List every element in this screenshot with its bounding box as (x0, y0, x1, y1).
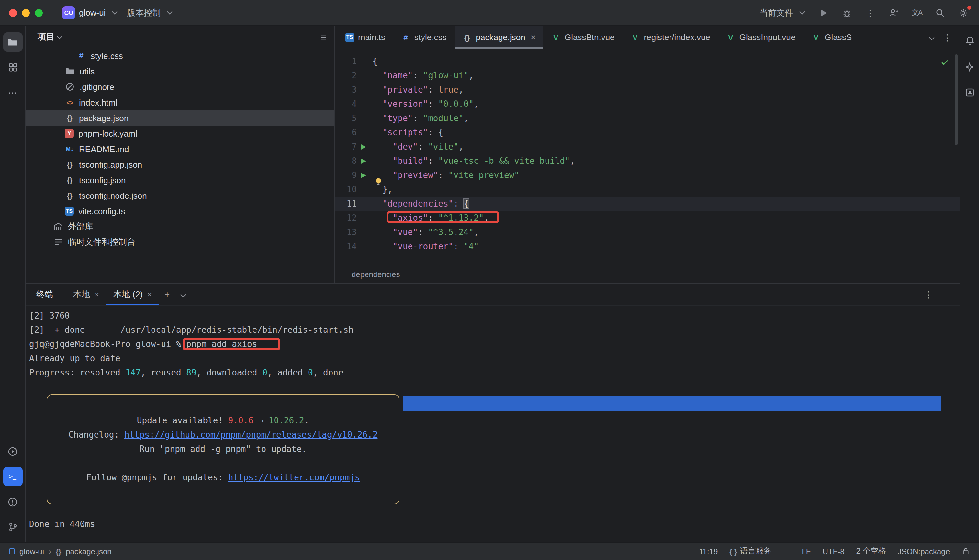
code-editor[interactable]: 1{2 "name": "glow-ui",3 "private": true,… (335, 49, 960, 266)
zoom-window-button[interactable] (35, 9, 43, 17)
tree-item-label: tsconfig.json (79, 175, 126, 185)
code-line[interactable]: 11 "dependencies": { (335, 197, 960, 211)
indent-widget[interactable]: 2 个空格 (856, 546, 886, 557)
intention-bulb-icon[interactable] (374, 177, 384, 187)
tree-item[interactable]: {}tsconfig.json (26, 172, 334, 188)
gitignore-icon (65, 82, 75, 92)
services-tool-icon[interactable] (3, 442, 22, 461)
translation-tool-icon[interactable] (961, 84, 978, 101)
tree-item[interactable]: {}tsconfig.node.json (26, 188, 334, 203)
status-widget-icon[interactable] (783, 548, 790, 555)
panel-menu-icon[interactable]: ≡ (320, 32, 326, 42)
tabs-more-icon[interactable]: ⋮ (943, 33, 952, 42)
project-tool-icon[interactable] (3, 32, 22, 52)
debug-bug-icon[interactable] (841, 6, 853, 19)
run-script-icon[interactable] (361, 144, 365, 150)
close-icon[interactable]: × (95, 290, 99, 299)
code-line[interactable]: 6 "scripts": { (335, 126, 960, 140)
vcs-widget[interactable]: 版本控制 (122, 4, 177, 21)
status-breadcrumb-project[interactable]: glow-ui (19, 547, 44, 556)
code-line[interactable]: 5 "type": "module", (335, 112, 960, 126)
terminal-output[interactable]: [2] 3760[2] + done /usr/local/app/redis-… (26, 305, 960, 542)
tree-item[interactable]: TSvite.config.ts (26, 203, 334, 219)
language-services-widget[interactable]: { } 语言服务 (729, 546, 771, 557)
new-terminal-tab-button[interactable]: + (159, 283, 175, 305)
braces-icon: { } (729, 547, 737, 555)
problems-tool-icon[interactable] (3, 492, 22, 512)
code-line[interactable]: 14 "vue-router": "4" (335, 240, 960, 254)
run-script-icon[interactable] (361, 158, 365, 164)
tree-item[interactable]: {}package.json (26, 110, 334, 126)
tree-item[interactable]: #style.css (26, 48, 334, 63)
git-tool-icon[interactable] (3, 517, 22, 537)
code-line[interactable]: 10 }, (335, 183, 960, 197)
more-tool-windows-icon[interactable]: ⋯ (3, 83, 22, 102)
minimize-window-button[interactable] (22, 9, 30, 17)
code-line[interactable]: 12 "axios": "^1.13.2", (335, 211, 960, 225)
editor-tab[interactable]: TSmain.ts (337, 26, 393, 48)
tree-item[interactable]: M↓README.md (26, 141, 334, 157)
code-line[interactable]: 7 "dev": "vite", (335, 140, 960, 154)
editor-tab[interactable]: VGlassS (803, 26, 859, 48)
json-icon: {} (65, 176, 75, 184)
file-type-widget[interactable]: JSON:package (898, 547, 950, 556)
inspection-ok-icon[interactable] (940, 57, 949, 71)
tree-item[interactable]: 外部库 (26, 219, 334, 234)
tree-item[interactable]: .gitignore (26, 79, 334, 95)
hide-terminal-icon[interactable]: — (943, 289, 952, 299)
code-line[interactable]: 8 "build": "vue-tsc -b && vite build", (335, 154, 960, 168)
chevron-down-icon[interactable] (57, 33, 62, 39)
run-icon[interactable] (817, 6, 830, 19)
run-config-selector[interactable]: 当前文件 (757, 4, 807, 21)
readonly-lock-icon[interactable] (962, 547, 970, 555)
editor-tab[interactable]: Vregister/index.vue (622, 26, 718, 48)
editor-tab[interactable]: VGlassInput.vue (718, 26, 803, 48)
editor-tab[interactable]: {}package.json× (455, 26, 543, 48)
code-line[interactable]: 4 "version": "0.0.0", (335, 97, 960, 112)
tree-item[interactable]: {}tsconfig.app.json (26, 157, 334, 172)
scratches-icon (53, 237, 63, 247)
editor-scrollbar[interactable] (955, 54, 957, 145)
line-number: 7 (335, 140, 357, 154)
line-separator-widget[interactable]: LF (802, 547, 811, 556)
close-icon[interactable]: × (530, 32, 535, 42)
terminal-link[interactable]: https://twitter.com/pnpmjs (228, 473, 360, 482)
close-window-button[interactable] (9, 9, 17, 17)
code-line[interactable]: 13 "vue": "^3.5.24", (335, 225, 960, 240)
editor-tab[interactable]: VGlassBtn.vue (543, 26, 622, 48)
search-icon[interactable] (934, 6, 947, 19)
terminal-link[interactable]: https://github.com/pnpm/pnpm/releases/ta… (124, 430, 378, 440)
breadcrumb-item[interactable]: dependencies (352, 270, 400, 279)
terminal-tab-dropdown-icon[interactable] (175, 283, 191, 305)
editor-tab[interactable]: #style.css (393, 26, 455, 48)
code-line[interactable]: 9 "preview": "vite preview" (335, 168, 960, 183)
add-user-icon[interactable] (887, 6, 900, 19)
settings-gear-icon[interactable] (957, 6, 970, 19)
terminal-tool-icon[interactable]: >_ (3, 467, 22, 486)
terminal-tab[interactable]: 本地× (66, 283, 106, 305)
tree-item[interactable]: utils (26, 63, 334, 79)
more-actions-icon[interactable]: ⋮ (864, 6, 877, 19)
code-line[interactable]: 2 "name": "glow-ui", (335, 68, 960, 83)
run-script-icon[interactable] (361, 173, 365, 178)
status-breadcrumb-file[interactable]: package.json (66, 547, 112, 556)
tabs-dropdown-icon[interactable] (929, 35, 935, 40)
line-number: 9 (335, 168, 357, 183)
tree-item[interactable]: Ypnpm-lock.yaml (26, 126, 334, 141)
terminal-tab[interactable]: 本地 (2)× (106, 283, 159, 305)
tree-item[interactable]: 临时文件和控制台 (26, 234, 334, 250)
translate-icon[interactable]: 文A (911, 6, 923, 19)
project-widget[interactable]: GU glow-ui (57, 3, 122, 22)
tree-item[interactable]: <>index.html (26, 95, 334, 110)
terminal-title[interactable]: 终端 (36, 283, 53, 305)
caret-position[interactable]: 11:19 (699, 547, 718, 556)
tree-item-label: .gitignore (80, 82, 114, 92)
code-line[interactable]: 1{ (335, 54, 960, 68)
code-line[interactable]: 3 "private": true, (335, 83, 960, 97)
notifications-bell-icon[interactable] (961, 32, 978, 49)
close-icon[interactable]: × (147, 290, 152, 299)
encoding-widget[interactable]: UTF-8 (823, 547, 845, 556)
ai-assistant-icon[interactable] (961, 58, 978, 75)
structure-tool-icon[interactable] (3, 58, 22, 77)
terminal-options-icon[interactable]: ⋮ (924, 290, 933, 299)
